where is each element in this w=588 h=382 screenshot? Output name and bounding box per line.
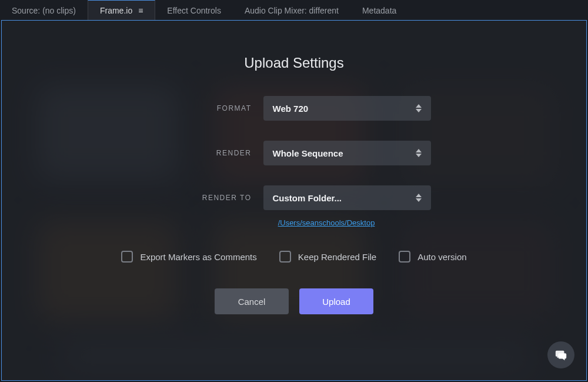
tab-label: Source: (no clips): [12, 6, 76, 15]
checkbox-box: [399, 251, 410, 263]
tab-effect-controls[interactable]: Effect Controls: [155, 0, 233, 20]
modal-title: Upload Settings: [244, 55, 343, 71]
render-path-link[interactable]: /Users/seanschools/Desktop: [278, 218, 375, 227]
format-value: Web 720: [273, 104, 309, 114]
tab-label: Metadata: [362, 6, 396, 15]
frameio-panel: Upload Settings FORMAT Web 720 RENDER Wh…: [1, 20, 587, 381]
render-to-row: RENDER TO Custom Folder...: [158, 185, 431, 210]
tab-metadata[interactable]: Metadata: [350, 0, 408, 20]
svg-marker-3: [416, 154, 422, 157]
stepper-icon: [416, 149, 422, 157]
render-to-label: RENDER TO: [158, 194, 252, 202]
stepper-icon: [416, 104, 422, 112]
tab-label: Effect Controls: [167, 6, 221, 15]
checkbox-label: Keep Rendered File: [298, 252, 376, 262]
tab-source[interactable]: Source: (no clips): [0, 0, 88, 20]
cancel-button[interactable]: Cancel: [215, 288, 289, 314]
svg-marker-4: [416, 194, 422, 197]
stepper-icon: [416, 194, 422, 202]
render-row: RENDER Whole Sequence: [158, 141, 431, 165]
render-to-value: Custom Folder...: [273, 193, 342, 203]
render-label: RENDER: [158, 149, 252, 157]
keep-rendered-checkbox[interactable]: Keep Rendered File: [279, 251, 376, 263]
checkbox-label: Export Markers as Comments: [140, 252, 256, 262]
render-value: Whole Sequence: [273, 148, 343, 158]
checkbox-row: Export Markers as Comments Keep Rendered…: [121, 251, 466, 263]
panel-menu-icon[interactable]: ≡: [138, 6, 143, 15]
export-markers-checkbox[interactable]: Export Markers as Comments: [121, 251, 256, 263]
tab-label: Audio Clip Mixer: different: [245, 6, 339, 15]
upload-settings-modal: Upload Settings FORMAT Web 720 RENDER Wh…: [2, 21, 586, 314]
auto-version-checkbox[interactable]: Auto version: [399, 251, 466, 263]
tab-label: Frame.io: [100, 6, 132, 15]
svg-marker-5: [416, 198, 422, 202]
checkbox-label: Auto version: [417, 252, 466, 262]
svg-marker-1: [416, 109, 422, 112]
format-label: FORMAT: [158, 104, 252, 112]
chat-icon: [554, 348, 567, 361]
panel-tab-bar: Source: (no clips) Frame.io ≡ Effect Con…: [0, 0, 588, 20]
svg-marker-0: [416, 104, 422, 108]
checkbox-box: [279, 251, 291, 263]
checkbox-box: [121, 251, 133, 263]
chat-fab[interactable]: [547, 341, 574, 368]
tab-frameio[interactable]: Frame.io ≡: [88, 0, 155, 20]
upload-button[interactable]: Upload: [299, 288, 373, 314]
button-row: Cancel Upload: [215, 288, 373, 314]
render-to-select[interactable]: Custom Folder...: [263, 185, 431, 210]
svg-marker-2: [416, 149, 422, 152]
format-select[interactable]: Web 720: [263, 96, 431, 121]
tab-audio-mixer[interactable]: Audio Clip Mixer: different: [233, 0, 350, 20]
format-row: FORMAT Web 720: [158, 96, 431, 121]
render-select[interactable]: Whole Sequence: [263, 141, 431, 165]
